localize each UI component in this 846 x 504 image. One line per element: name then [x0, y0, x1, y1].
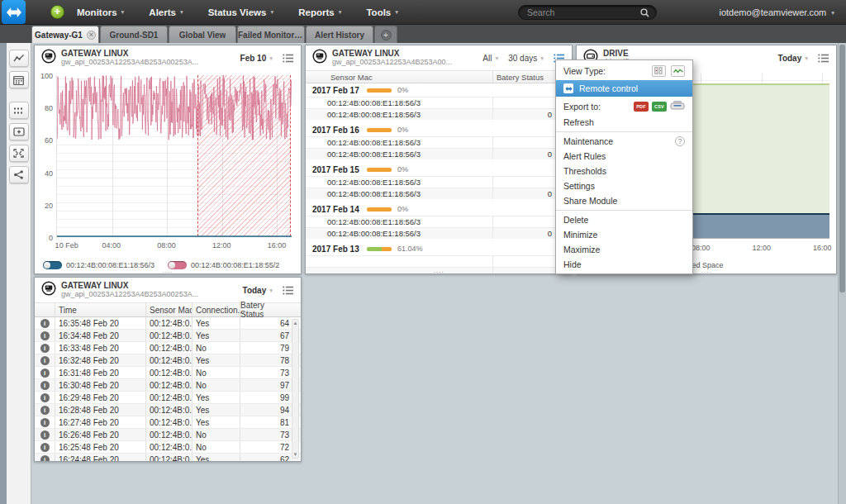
view-type-table-icon[interactable]: [652, 65, 666, 77]
table-row[interactable]: 16:31:48 Feb 2000:12:4B:0...No73: [35, 367, 301, 379]
menu-item-maintenance[interactable]: Maintenance: [556, 134, 692, 149]
resize-handle[interactable]: [163, 269, 173, 276]
add-widget-icon[interactable]: [9, 123, 29, 140]
table-row[interactable]: 00:12:4B:00:08:E1:18:56/30: [306, 188, 572, 199]
group-date: 2017 Feb 16: [312, 126, 367, 135]
legend-toggle-00-12-4b-00-08-e1-18-56-3[interactable]: 00:12:4B:00:08:E1:18:56/3: [43, 261, 154, 269]
top-menu-item[interactable]: Alerts: [149, 7, 183, 17]
menu-item-remote-control[interactable]: Remote control: [556, 80, 692, 97]
table-row[interactable]: 00:12:4B:00:08:E1:18:56/30: [306, 227, 572, 239]
resize-handle[interactable]: [163, 456, 173, 462]
expand-icon[interactable]: [9, 145, 29, 162]
menu-item[interactable]: Refresh: [556, 115, 692, 130]
time-cell: 16:35:48 Feb 20: [55, 317, 145, 329]
resize-handle[interactable]: [434, 269, 444, 276]
table-row[interactable]: 00:12:4B:00:08:E1:18:56/3: [306, 176, 572, 188]
info-icon[interactable]: [40, 356, 50, 365]
table-row[interactable]: 16:32:48 Feb 2000:12:4B:0...Yes78: [35, 354, 301, 367]
trend-chart-icon[interactable]: [9, 50, 29, 67]
tab-failed-monitors-v[interactable]: Failed Monitors V: [237, 26, 305, 43]
info-icon[interactable]: [40, 406, 50, 415]
table-row[interactable]: 16:29:48 Feb 2000:12:4B:0...Yes99: [35, 392, 301, 404]
table-row[interactable]: 00:12:4B:00:08:E1:18:56/3: [306, 136, 572, 148]
calendar-icon[interactable]: [9, 71, 29, 88]
sensor-filter-selector[interactable]: All: [482, 54, 498, 63]
page-scrollbar[interactable]: [838, 43, 846, 504]
range-filter-selector[interactable]: 30 days: [508, 54, 544, 63]
date-range-selector[interactable]: Feb 10: [240, 54, 273, 63]
table-row[interactable]: 00:12:4B:00:08:E1:18:56/3: [306, 97, 572, 108]
export-csv-icon[interactable]: CSV: [652, 102, 667, 112]
battery-group-header: 2017 Feb 160%: [306, 123, 572, 136]
view-type-chart-icon[interactable]: [671, 65, 685, 77]
table-row[interactable]: 16:33:48 Feb 2000:12:4B:0...No79: [35, 342, 301, 354]
tab-global-view[interactable]: Global View: [169, 26, 236, 43]
export-pdf-icon[interactable]: PDF: [634, 102, 649, 112]
menu-item[interactable]: Delete: [556, 212, 692, 227]
add-monitor-button[interactable]: [50, 5, 64, 19]
menu-item-label: Maintenance: [563, 136, 613, 146]
scrollbar-thumb[interactable]: [839, 45, 845, 292]
info-icon[interactable]: [40, 418, 50, 427]
menu-item[interactable]: Alert Rules: [556, 149, 692, 164]
panel-header: GATEWAY LINUX gw_api_00253A12253A4B253A0…: [306, 45, 572, 70]
legend-toggle-00-12-4b-00-08-e1-18-55-2[interactable]: 00:12:4B:00:08:E1:18:55/2: [168, 261, 279, 269]
panel-context-menu: View Type: Remote control Export to: PDF…: [555, 59, 693, 274]
date-range-selector[interactable]: Today: [243, 286, 273, 295]
search-icon[interactable]: [640, 8, 649, 17]
panel-menu-button[interactable]: [283, 286, 294, 295]
share-icon[interactable]: [9, 166, 29, 183]
table-row[interactable]: 16:25:48 Feb 2000:12:4B:0...No72: [35, 441, 301, 454]
help-icon[interactable]: [675, 136, 685, 146]
info-icon[interactable]: [40, 331, 50, 340]
menu-item[interactable]: Hide: [556, 257, 692, 272]
resize-handle[interactable]: [701, 269, 712, 276]
info-icon[interactable]: [40, 393, 50, 402]
top-menu-item[interactable]: Status Views: [208, 7, 274, 17]
panel-menu-button[interactable]: [818, 54, 829, 63]
menu-item[interactable]: Share Module: [556, 193, 692, 208]
info-icon[interactable]: [40, 344, 50, 353]
tab-close-icon[interactable]: [87, 31, 96, 40]
info-icon[interactable]: [40, 319, 50, 328]
table-row[interactable]: 16:26:48 Feb 2000:12:4B:0...No73: [35, 429, 301, 441]
tab-alert-history[interactable]: Alert History: [306, 26, 373, 43]
menu-item[interactable]: Maximize: [556, 242, 692, 257]
table-row[interactable]: 00:12:4B:00:08:E1:18:56/30: [306, 108, 572, 120]
scroll-up-icon[interactable]: ▲: [292, 321, 298, 326]
top-menu-item[interactable]: Reports: [298, 7, 341, 17]
table-row[interactable]: 16:30:48 Feb 2000:12:4B:0...No97: [35, 379, 301, 392]
table-row[interactable]: [306, 255, 572, 267]
date-range-selector[interactable]: Today: [778, 54, 808, 63]
menu-item[interactable]: Minimize: [556, 227, 692, 242]
tab-ground-sd1[interactable]: Ground-SD1: [100, 26, 168, 43]
top-menu-item[interactable]: Tools: [366, 7, 398, 17]
top-menu-item[interactable]: Monitors: [77, 7, 124, 17]
info-icon[interactable]: [40, 443, 50, 452]
table-row[interactable]: 16:28:48 Feb 2000:12:4B:0...Yes94: [35, 404, 301, 416]
info-icon[interactable]: [40, 455, 50, 463]
info-icon[interactable]: [40, 368, 50, 378]
menu-item-label: Thresholds: [563, 166, 606, 176]
panel-menu-button[interactable]: [283, 54, 294, 63]
toggle-switch[interactable]: [43, 261, 62, 269]
info-icon[interactable]: [40, 381, 50, 390]
info-icon[interactable]: [40, 430, 50, 440]
export-print-icon[interactable]: [670, 100, 685, 112]
menu-item[interactable]: Settings: [556, 178, 692, 193]
table-row[interactable]: 00:12:4B:00:08:E1:18:56/30: [306, 148, 572, 159]
list-view-icon[interactable]: [9, 102, 29, 119]
search-box[interactable]: [518, 5, 657, 20]
table-row[interactable]: 16:34:48 Feb 2000:12:4B:0...Yes67: [35, 330, 301, 342]
scroll-down-icon[interactable]: ▼: [292, 452, 298, 457]
account-menu[interactable]: iotdemo@teamviewer.com: [719, 0, 834, 25]
search-input[interactable]: [525, 7, 640, 18]
table-scrollbar[interactable]: ▲ ▼: [292, 319, 299, 459]
table-row[interactable]: 16:27:48 Feb 2000:12:4B:0...Yes81: [35, 416, 301, 429]
table-row[interactable]: 16:35:48 Feb 2000:12:4B:0...Yes64: [35, 317, 301, 330]
add-tab-button[interactable]: [374, 26, 397, 43]
table-row[interactable]: 00:12:4B:00:08:E1:18:56/3: [306, 216, 572, 227]
tab-gateway-g1[interactable]: Gateway-G1: [31, 26, 99, 43]
menu-item[interactable]: Thresholds: [556, 164, 692, 178]
sensor-mac-cell: 00:12:4B:0...: [145, 330, 192, 341]
